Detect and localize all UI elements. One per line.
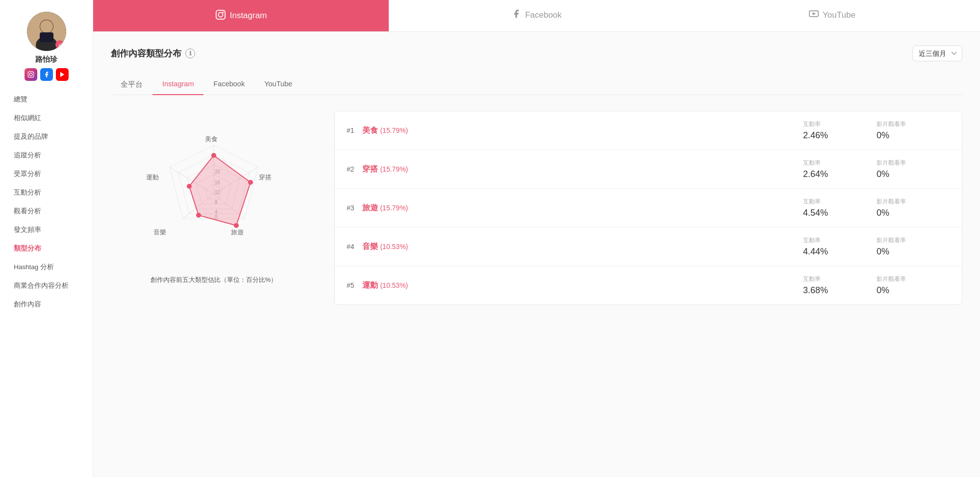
section-header: 創作內容類型分布 ℹ 近三個月 近六個月 近一年 [111,46,962,61]
tab-youtube-label: YouTube [823,10,855,20]
metric-group-view-4: 影片觀看率 0% [877,236,950,257]
svg-rect-4 [40,32,53,42]
facebook-social-icon[interactable] [40,68,53,81]
nav-item-category-distribution[interactable]: 類型分布 [8,240,85,257]
tab-instagram[interactable]: Instagram [93,0,389,31]
svg-point-11 [222,11,224,13]
data-row: #2 穿搭 (15.79%) 互動率 2.64% 影片觀看率 0% [335,150,962,189]
data-row: #3 旅遊 (15.79%) 互動率 4.54% 影片觀看率 0% [335,189,962,227]
sub-tab-instagram[interactable]: Instagram [152,75,203,95]
instagram-social-icon[interactable] [25,68,37,81]
metric-group-view-2: 影片觀看率 0% [877,159,950,179]
radar-chart: 0 4 8 12 16 20 [121,111,307,268]
svg-point-6 [29,73,32,76]
rank-2: #2 [347,165,362,173]
category-name-3: 旅遊 (15.79%) [362,203,803,213]
rank-3: #3 [347,204,362,212]
svg-point-3 [40,20,53,33]
svg-point-32 [248,180,253,185]
metric-group-engagement-4: 互動率 4.44% [803,236,877,257]
tab-facebook-label: Facebook [525,10,562,20]
period-select[interactable]: 近三個月 近六個月 近一年 [912,46,962,61]
user-name: 路怡珍 [35,55,57,64]
metric-group-engagement-3: 互動率 4.54% [803,198,877,218]
nav-item-overview[interactable]: 總覽 [8,91,85,108]
youtube-social-icon[interactable] [56,68,69,81]
metric-group-view-3: 影片觀看率 0% [877,198,950,218]
svg-point-33 [234,223,239,228]
verified-badge: ✓ [55,40,64,49]
svg-text:美食: 美食 [205,135,218,143]
category-name-2: 穿搭 (15.79%) [362,164,803,175]
nav-item-creative[interactable]: 創作內容 [8,296,85,313]
category-name-4: 音樂 (10.53%) [362,242,803,252]
svg-rect-5 [28,72,34,77]
category-name-1: 美食 (15.79%) [362,126,803,136]
info-icon[interactable]: ℹ [185,49,195,58]
content-body: 創作內容類型分布 ℹ 近三個月 近六個月 近一年 全平台 Instagram F… [93,32,980,477]
rank-5: #5 [347,281,362,289]
section-title-text: 創作內容類型分布 [111,48,181,59]
svg-point-35 [187,184,192,189]
data-row: #4 音樂 (10.53%) 互動率 4.44% 影片觀看率 0% [335,227,962,266]
sub-tab-facebook[interactable]: Facebook [203,75,254,95]
facebook-platform-icon [511,9,521,21]
radar-chart-area: 0 4 8 12 16 20 [111,111,317,284]
metric-group-view-5: 影片觀看率 0% [877,275,950,296]
svg-text:音樂: 音樂 [153,228,166,236]
sub-tabs: 全平台 Instagram Facebook YouTube [111,75,962,95]
social-icons [25,68,69,81]
svg-point-34 [196,213,201,218]
nav-menu: 總覽 相似網紅 提及的品牌 追蹤分析 受眾分析 互動分析 觀看分析 發文頻率 類… [0,91,93,314]
data-row: #5 運動 (10.53%) 互動率 3.68% 影片觀看率 0% [335,266,962,304]
svg-marker-13 [813,12,816,15]
svg-point-10 [218,12,223,17]
metric-group-engagement-2: 互動率 2.64% [803,159,877,179]
metric-group-engagement-5: 互動率 3.68% [803,275,877,296]
nav-item-tracking[interactable]: 追蹤分析 [8,147,85,164]
sub-tab-youtube[interactable]: YouTube [254,75,302,95]
sub-tab-all[interactable]: 全平台 [111,75,152,95]
nav-item-brands[interactable]: 提及的品牌 [8,128,85,146]
metric-group-engagement-1: 互動率 2.46% [803,120,877,141]
rank-4: #4 [347,243,362,251]
tab-youtube[interactable]: YouTube [684,0,980,31]
svg-text:穿搭: 穿搭 [259,174,272,181]
metric-group-view-1: 影片觀看率 0% [877,120,950,141]
data-list: #1 美食 (15.79%) 互動率 2.46% 影片觀看率 0% [334,111,962,305]
category-name-5: 運動 (10.53%) [362,280,803,291]
chart-data-row: 0 4 8 12 16 20 [111,111,962,305]
instagram-platform-icon [215,9,226,23]
nav-item-commercial[interactable]: 商業合作內容分析 [8,277,85,295]
avatar: ✓ [27,12,66,51]
nav-item-views[interactable]: 觀看分析 [8,202,85,220]
main-content: Instagram Facebook YouTube 創作內容 [93,0,980,477]
svg-text:旅遊: 旅遊 [231,228,244,236]
platform-tabs: Instagram Facebook YouTube [93,0,980,32]
nav-item-post-frequency[interactable]: 發文頻率 [8,221,85,239]
nav-item-hashtag[interactable]: Hashtag 分析 [8,258,85,276]
rank-1: #1 [347,126,362,134]
svg-point-7 [32,73,32,73]
data-row: #1 美食 (15.79%) 互動率 2.46% 影片觀看率 0% [335,111,962,150]
svg-marker-8 [60,72,64,77]
svg-rect-9 [216,10,225,19]
svg-text:運動: 運動 [146,174,159,181]
nav-item-similar[interactable]: 相似網紅 [8,109,85,127]
youtube-platform-icon [809,9,819,21]
section-title: 創作內容類型分布 ℹ [111,48,195,59]
radar-caption: 創作內容前五大類型估比（單位：百分比%） [151,276,277,284]
nav-item-interaction[interactable]: 互動分析 [8,184,85,201]
svg-point-31 [211,153,216,158]
sidebar: ✓ 路怡珍 總覽 相似網紅 提及的品牌 追蹤分析 受眾分析 互動分析 觀看分析 [0,0,93,477]
tab-instagram-label: Instagram [230,11,267,21]
nav-item-audience[interactable]: 受眾分析 [8,165,85,183]
tab-facebook[interactable]: Facebook [389,0,684,31]
